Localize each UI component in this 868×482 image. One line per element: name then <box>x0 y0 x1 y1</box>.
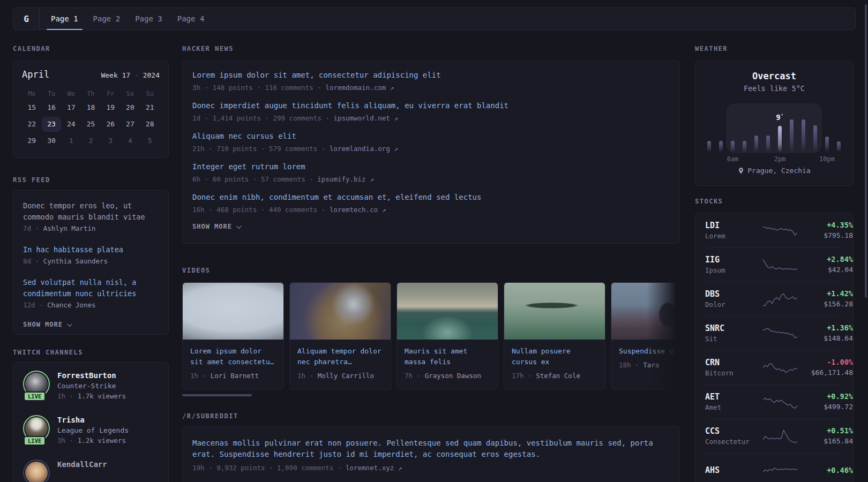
stock-ticker: DBS <box>705 289 763 299</box>
stock-row-dbs[interactable]: DBSDolor+1.42%$156.28 <box>695 282 853 316</box>
stock-row-iig[interactable]: IIGIpsum+2.84%$42.04 <box>695 247 853 282</box>
video-card[interactable]: Suspendisse diam18h · Tara <box>611 282 680 390</box>
calendar-day[interactable]: 4 <box>121 133 140 148</box>
video-thumbnail-pillars <box>183 283 283 340</box>
video-card[interactable]: Aliquam tempor dolor nec pharetra…1h · M… <box>289 282 391 390</box>
stock-id: DBSDolor <box>705 289 763 309</box>
story-domain-link[interactable]: loremdomain.com <box>325 84 390 92</box>
calendar-year: 2024 <box>143 71 160 79</box>
hn-story-meta: 6h · 60 points · 57 comments · ipsumify.… <box>192 175 670 184</box>
weather-bar-current <box>778 126 782 152</box>
calendar-day[interactable]: 22 <box>22 117 42 132</box>
calendar-day[interactable]: 30 <box>42 133 62 148</box>
show-more-button[interactable]: SHOW MORE <box>23 321 159 328</box>
story-domain-link[interactable]: loremlandia.org <box>330 145 394 153</box>
channel-name[interactable]: ForrestBurton <box>57 371 126 381</box>
hn-story-meta: 21h · 710 points · 579 comments · loreml… <box>192 144 670 153</box>
tab-page-1[interactable]: Page 1 <box>43 8 86 29</box>
time-axis-label: 2pm <box>774 155 786 163</box>
stock-sparkline <box>763 255 797 274</box>
stock-name: Ipsum <box>705 266 763 275</box>
stock-row-crn[interactable]: CRNBitcorn-1.00%$66,171.48 <box>695 350 853 385</box>
calendar-day[interactable]: 25 <box>81 117 101 132</box>
rss-item-title[interactable]: Donec tempor eros leo, ut commodo mauris… <box>23 200 159 223</box>
calendar-day[interactable]: 28 <box>140 117 160 132</box>
app-logo[interactable]: G <box>13 8 39 29</box>
hn-story-title[interactable]: Aliquam nec cursus elit <box>192 131 670 141</box>
calendar-day[interactable]: 29 <box>22 133 42 148</box>
story-domain-link[interactable]: loremnet.xyz <box>346 464 398 472</box>
calendar-day[interactable]: 20 <box>121 100 140 115</box>
calendar-day[interactable]: 19 <box>101 100 121 115</box>
twitch-channel[interactable]: LIVEForrestBurtonCounter-Strike1h · 1.7k… <box>23 371 159 401</box>
calendar-day[interactable]: 26 <box>101 117 121 132</box>
stock-sparkline <box>763 221 797 239</box>
calendar-header: April Week 17 · 2024 <box>22 69 160 80</box>
channel-info: ForrestBurtonCounter-Strike1h · 1.7k vie… <box>57 371 126 401</box>
video-title[interactable]: Lorem ipsum dolor sit amet consectetu… <box>190 346 276 367</box>
video-card[interactable]: Nullam posuere cursus ex17h · Stefan Col… <box>504 282 605 390</box>
rss-item-title[interactable]: Sed volutpat nulla nisl, a condimentum n… <box>23 277 159 299</box>
video-title[interactable]: Aliquam tempor dolor nec pharetra… <box>297 346 383 367</box>
video-title[interactable]: Nullam posuere cursus ex <box>512 346 597 367</box>
calendar-day[interactable]: 15 <box>22 100 42 115</box>
hn-story: Aliquam nec cursus elit21h · 710 points … <box>192 131 670 153</box>
stock-price: $66,171.48 <box>797 368 853 377</box>
stock-row-aet[interactable]: AETAmet+0.92%$499.72 <box>695 385 853 419</box>
calendar-day[interactable]: 16 <box>42 100 62 115</box>
weather-location-row[interactable]: Prague, Czechia <box>695 167 853 175</box>
stock-row-ldi[interactable]: LDILorem+4.35%$795.18 <box>695 213 853 247</box>
page-scrollbar-thumb[interactable] <box>865 4 867 298</box>
story-domain-link[interactable]: ipsumworld.net <box>333 114 394 122</box>
video-title[interactable]: Suspendisse diam <box>619 346 680 357</box>
show-more-button[interactable]: SHOW MORE <box>192 223 670 230</box>
rss-item-title[interactable]: In hac habitasse platea <box>23 244 159 255</box>
tab-page-4[interactable]: Page 4 <box>170 8 212 29</box>
twitch-channel[interactable]: LIVETrishaLeague of Legends3h · 1.2k vie… <box>23 415 159 446</box>
stock-price: $499.72 <box>797 403 853 411</box>
stock-change: +2.84% <box>797 255 853 264</box>
hn-story-title[interactable]: Donec imperdiet augue tincidunt felis al… <box>192 101 670 111</box>
video-card[interactable]: Lorem ipsum dolor sit amet consectetu…1h… <box>182 282 284 390</box>
hn-story-title[interactable]: Lorem ipsum dolor sit amet, consectetur … <box>192 70 670 80</box>
tab-page-2[interactable]: Page 2 <box>86 8 128 29</box>
video-meta: 18h · Tara <box>619 360 680 370</box>
stocks-widget: LDILorem+4.35%$795.18IIGIpsum+2.84%$42.0… <box>695 213 854 482</box>
stock-row-ahs[interactable]: AHS+0.46% <box>695 453 853 482</box>
calendar-day[interactable]: 21 <box>140 100 160 115</box>
videos-scrollbar-thumb[interactable] <box>182 394 252 396</box>
external-link-icon: ↗ <box>398 464 402 472</box>
weather-bar <box>707 141 711 152</box>
video-title[interactable]: Mauris sit amet massa felis <box>405 346 490 367</box>
story-domain-link[interactable]: ipsumify.biz <box>317 175 370 183</box>
twitch-channel[interactable]: KendallCarr <box>23 460 159 482</box>
hn-story-title[interactable]: Donec enim nibh, condimentum et accumsan… <box>192 192 670 202</box>
stock-name: Dolor <box>705 300 763 309</box>
tab-page-3[interactable]: Page 3 <box>128 8 170 29</box>
map-pin-icon <box>738 167 744 175</box>
calendar-day[interactable]: 5 <box>140 133 160 148</box>
stock-row-ccs[interactable]: CCSConsectetur+0.51%$165.84 <box>695 419 853 453</box>
calendar-day[interactable]: 18 <box>81 100 101 115</box>
calendar-day[interactable]: 2 <box>81 133 101 148</box>
channel-name[interactable]: Trisha <box>57 415 129 425</box>
post-title[interactable]: Maecenas mollis pulvinar erat non posuer… <box>192 438 659 460</box>
calendar-selected-day[interactable]: 23 <box>42 117 62 132</box>
stock-name: Consectetur <box>705 438 763 446</box>
stock-row-snrc[interactable]: SNRCSit+1.36%$148.64 <box>695 316 853 350</box>
calendar-day[interactable]: 3 <box>101 133 121 148</box>
calendar-day[interactable]: 17 <box>61 100 81 115</box>
hn-story-meta: 16h · 468 points · 440 comments · loremt… <box>192 205 670 214</box>
hn-story-title[interactable]: Integer eget rutrum lorem <box>192 162 670 172</box>
channel-name[interactable]: KendallCarr <box>57 460 107 470</box>
calendar-day[interactable]: 27 <box>121 117 140 132</box>
meta-text: 12d · <box>23 301 47 309</box>
calendar-day[interactable]: 24 <box>61 117 81 132</box>
video-meta: 17h · Stefan Cole <box>512 371 597 380</box>
channel-game: Counter-Strike <box>57 381 126 391</box>
stock-price: $156.28 <box>797 300 853 308</box>
story-domain-link[interactable]: loremtech.co <box>330 206 382 214</box>
calendar-day[interactable]: 1 <box>61 133 81 148</box>
stock-id: AETAmet <box>705 392 763 412</box>
video-card[interactable]: Mauris sit amet massa felis7h · Grayson … <box>396 282 498 390</box>
